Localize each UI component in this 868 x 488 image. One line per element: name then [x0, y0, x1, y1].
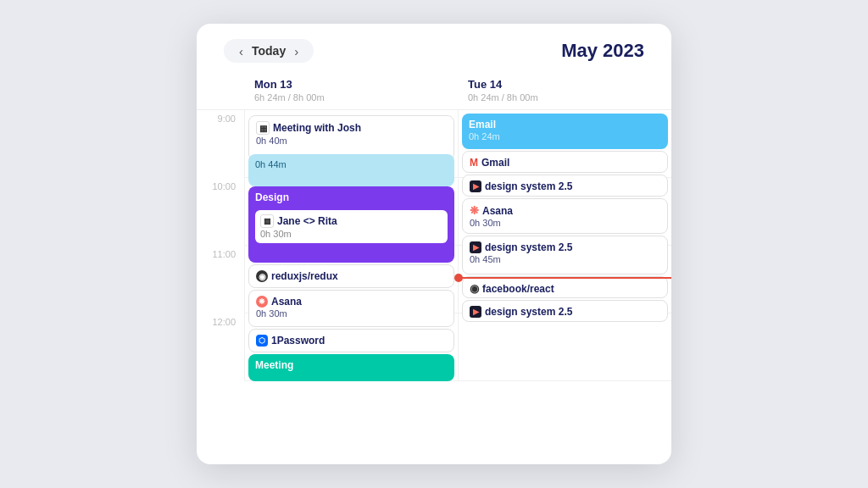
event-asana-mon[interactable]: ❋ Asana 0h 30m	[248, 290, 454, 327]
github-icon-fb: ◉	[470, 282, 479, 295]
event-title-email: Email	[469, 119, 661, 130]
day-sub-mon: 6h 24m / 8h 00m	[254, 92, 448, 103]
event-title-ds2: ▶ design system 2.5	[470, 241, 660, 253]
event-ds3[interactable]: ▶ design system 2.5	[462, 300, 668, 322]
event-title-meeting-teal: Meeting	[255, 359, 448, 371]
event-title-meeting-josh: ▦ Meeting with Josh	[256, 121, 447, 135]
time-col: 9:00 10:00 11:00 12:00	[197, 110, 244, 381]
day-header-tue: Tue 14 0h 24m / 8h 00m	[458, 71, 671, 109]
header: ‹ Today › May 2023	[197, 24, 671, 71]
event-title-ds1: ▶ design system 2.5	[470, 180, 660, 192]
monday-column: ▦ Meeting with Josh 0h 40m 0h 44m Design…	[244, 110, 458, 381]
day-sub-tue: 0h 24m / 8h 00m	[468, 92, 661, 103]
asana-icon-tue: ❋	[470, 204, 479, 217]
next-button[interactable]: ›	[292, 45, 300, 58]
event-design[interactable]: Design ▦ Jane <> Rita 0h 30m	[248, 186, 454, 263]
github-icon-redux: ◉	[256, 270, 268, 282]
event-dur-ds2: 0h 45m	[470, 254, 660, 264]
prev-button[interactable]: ‹	[237, 45, 245, 58]
event-dur-jane-rita: 0h 30m	[260, 229, 442, 239]
event-title-asana-mon: ❋ Asana	[256, 296, 447, 308]
figma-icon-1: ▶	[470, 180, 481, 192]
event-dur-email: 0h 24m	[469, 131, 661, 141]
event-dur-asana-tue: 0h 30m	[470, 218, 660, 228]
notion-icon-jane: ▦	[260, 214, 274, 228]
event-title-gmail: M Gmail	[470, 157, 660, 169]
event-dur-asana-mon: 0h 30m	[256, 308, 447, 319]
event-title-asana-tue: ❋ Asana	[470, 204, 660, 217]
gmail-icon: M	[470, 157, 478, 169]
day-headers: Mon 13 6h 24m / 8h 00m Tue 14 0h 24m / 8…	[197, 71, 671, 110]
time-slot-12: 12:00	[197, 313, 244, 381]
event-ds2[interactable]: ▶ design system 2.5 0h 45m	[462, 236, 668, 274]
event-asana-tue[interactable]: ❋ Asana 0h 30m	[462, 198, 668, 234]
event-dur-meeting-josh: 0h 40m	[256, 136, 447, 146]
event-title-redux: ◉ reduxjs/redux	[256, 270, 447, 282]
1pass-icon: ⬡	[256, 335, 268, 347]
event-redux[interactable]: ◉ reduxjs/redux	[248, 264, 454, 288]
day-header-mon: Mon 13 6h 24m / 8h 00m	[244, 71, 458, 109]
figma-icon-3: ▶	[470, 306, 481, 318]
figma-icon-2: ▶	[470, 241, 481, 253]
event-gmail[interactable]: M Gmail	[462, 151, 668, 173]
day-name-mon: Mon 13	[254, 78, 448, 91]
today-label: Today	[252, 44, 286, 58]
hour-line-12-tue	[459, 313, 671, 381]
event-title-fb-react: ◉ facebook/react	[470, 282, 660, 295]
day-name-tue: Tue 14	[468, 78, 661, 91]
time-slot-11: 11:00	[197, 246, 244, 313]
event-ds1[interactable]: ▶ design system 2.5	[462, 175, 668, 197]
time-slot-9: 9:00	[197, 110, 244, 178]
event-meeting-teal[interactable]: Meeting	[248, 354, 454, 381]
event-1password[interactable]: ⬡ 1Password	[248, 329, 454, 352]
time-slot-10: 10:00	[197, 178, 244, 246]
tuesday-column: Email 0h 24m M Gmail ▶ design system 2.5	[458, 110, 671, 381]
notion-icon: ▦	[256, 121, 270, 135]
event-title-design: Design	[255, 191, 448, 203]
calendar-card: ‹ Today › May 2023 Mon 13 6h 24m / 8h 00…	[197, 24, 671, 464]
event-title-1password: ⬡ 1Password	[256, 335, 447, 347]
event-unnamed-blue[interactable]: 0h 44m	[248, 154, 454, 186]
days-area: ▦ Meeting with Josh 0h 40m 0h 44m Design…	[244, 110, 671, 381]
calendar-body: 9:00 10:00 11:00 12:00 ▦ Meeting with Jo…	[197, 110, 671, 381]
event-title-jane-rita: Jane <> Rita	[277, 215, 337, 227]
event-jane-rita[interactable]: ▦ Jane <> Rita 0h 30m	[255, 210, 448, 243]
month-title: May 2023	[561, 40, 644, 62]
event-email[interactable]: Email 0h 24m	[462, 114, 668, 149]
asana-icon-mon: ❋	[256, 296, 268, 308]
nav-today-group: ‹ Today ›	[224, 39, 314, 63]
event-fb-react[interactable]: ◉ facebook/react	[462, 276, 668, 298]
event-title-unnamed: 0h 44m	[255, 159, 448, 169]
event-title-ds3: ▶ design system 2.5	[470, 306, 660, 318]
